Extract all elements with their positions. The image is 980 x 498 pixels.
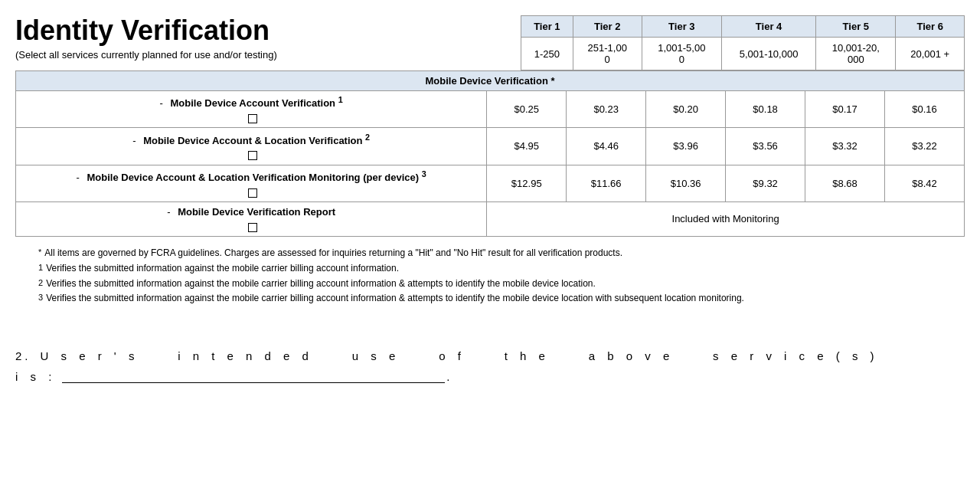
item3-dash: - [77, 172, 80, 183]
item3-name: Mobile Device Account & Location Verific… [87, 172, 426, 183]
section2-line2: i s : . [15, 369, 965, 383]
section2-period: . [446, 370, 452, 383]
footnotes: * All items are governed by FCRA guideli… [15, 244, 965, 305]
item2-price-t5: $3.32 [805, 128, 885, 165]
item3-price-t6: $8.42 [885, 165, 965, 201]
item2-price-t4: $3.56 [726, 128, 805, 165]
fn-3-text: Verifies the submitted information again… [46, 292, 744, 305]
tier6-header: Tier 6 [896, 16, 965, 38]
item1-name: Mobile Device Account Verification 1 [171, 97, 343, 109]
tier5-header: Tier 5 [816, 16, 896, 38]
fn-2-marker: 2 [38, 277, 43, 290]
section2-container: 2. U s e r ' s i n t e n d e d u s e o f… [15, 326, 965, 383]
item1-price-t5: $0.17 [805, 91, 885, 128]
item3-price-t5: $8.68 [805, 165, 885, 201]
item3-price-t2: $11.66 [567, 165, 646, 201]
footnote-3: 3 Verifies the submitted information aga… [38, 292, 965, 305]
section2-number: 2. [15, 345, 31, 368]
tier-range-row: 1-250 251-1,000 1,001-5,000 5,001-10,000… [521, 38, 965, 70]
tier3-range: 1,001-5,000 [642, 38, 721, 70]
item1-price-t1: $0.25 [487, 91, 567, 128]
item2-price-t3: $3.96 [646, 128, 726, 165]
tier1-header: Tier 1 [521, 16, 573, 38]
section2-input-field[interactable] [62, 369, 445, 383]
footnote-2: 2 Verifies the submitted information aga… [38, 277, 965, 290]
item4-checkbox[interactable] [248, 223, 257, 232]
fn-1-text: Verifies the submitted information again… [46, 262, 399, 275]
section-header-mobile: Mobile Device Verification * [16, 71, 965, 91]
footnote-1: 1 Verifies the submitted information aga… [38, 262, 965, 275]
tier3-header: Tier 3 [642, 16, 721, 38]
item1-dash: - [160, 97, 163, 109]
page-container: Identity Verification (Select all servic… [15, 15, 965, 383]
item2-checkbox-row [24, 149, 481, 161]
item3-checkbox-row [24, 186, 481, 198]
item3-price-t4: $9.32 [726, 165, 805, 201]
page-title: Identity Verification [15, 15, 505, 46]
item2-price-t1: $4.95 [487, 128, 567, 165]
item4-name: Mobile Device Verification Report [178, 206, 335, 218]
table-row: - Mobile Device Verification Report Incl… [16, 201, 965, 236]
tier5-range: 10,001-20,000 [816, 38, 896, 70]
item4-included: Included with Monitoring [487, 201, 965, 236]
item1-price-t6: $0.16 [885, 91, 965, 128]
tier-header-row: Tier 1 Tier 2 Tier 3 Tier 4 Tier 5 Tier … [521, 16, 965, 38]
footnote-star: * All items are governed by FCRA guideli… [38, 247, 965, 260]
fn-1-marker: 1 [38, 262, 43, 275]
tier2-range: 251-1,000 [573, 38, 642, 70]
table-row: - Mobile Device Account & Location Verif… [16, 165, 965, 201]
tier4-header: Tier 4 [721, 16, 815, 38]
item4-checkbox-row [24, 221, 481, 232]
item3-price-t3: $10.36 [646, 165, 726, 201]
fn-star-marker: * [38, 247, 41, 260]
fn-star-text: All items are governed by FCRA guideline… [44, 247, 622, 260]
fn-3-marker: 3 [38, 292, 43, 305]
item3-label-cell: - Mobile Device Account & Location Verif… [16, 165, 487, 201]
item1-label-cell: - Mobile Device Account Verification 1 [16, 91, 487, 128]
title-area: Identity Verification (Select all servic… [15, 15, 521, 61]
top-section: Identity Verification (Select all servic… [15, 15, 965, 70]
item4-label-cell: - Mobile Device Verification Report [16, 201, 487, 236]
item1-checkbox-row [24, 112, 481, 123]
main-table: Mobile Device Verification * - Mobile De… [15, 70, 965, 237]
page-subtitle: (Select all services currently planned f… [15, 49, 505, 61]
tier4-range: 5,001-10,000 [721, 38, 815, 70]
section2-line1: 2. U s e r ' s i n t e n d e d u s e o f… [15, 345, 965, 368]
item2-checkbox[interactable] [248, 151, 257, 160]
tier2-header: Tier 2 [573, 16, 642, 38]
tier-header-table: Tier 1 Tier 2 Tier 3 Tier 4 Tier 5 Tier … [521, 15, 965, 70]
table-row: - Mobile Device Account & Location Verif… [16, 128, 965, 165]
tier6-range: 20,001 + [896, 38, 965, 70]
item3-price-t1: $12.95 [487, 165, 567, 201]
item1-price-t4: $0.18 [726, 91, 805, 128]
item2-label-cell: - Mobile Device Account & Location Verif… [16, 128, 487, 165]
section2-text: U s e r ' s i n t e n d e d u s e o f t … [41, 345, 879, 368]
item3-checkbox[interactable] [248, 188, 257, 198]
section2-is: i s : [15, 370, 56, 383]
item2-name: Mobile Device Account & Location Verific… [143, 135, 370, 146]
section-title: Mobile Device Verification * [16, 71, 965, 91]
item2-price-t2: $4.46 [567, 128, 646, 165]
item4-dash: - [167, 206, 170, 218]
item1-price-t2: $0.23 [567, 91, 646, 128]
fn-2-text: Verifies the submitted information again… [46, 277, 596, 290]
item1-checkbox[interactable] [248, 114, 257, 123]
item1-price-t3: $0.20 [646, 91, 726, 128]
table-row: - Mobile Device Account Verification 1 $… [16, 91, 965, 128]
tier1-range: 1-250 [521, 38, 573, 70]
item2-dash: - [132, 135, 136, 146]
item2-price-t6: $3.22 [885, 128, 965, 165]
tier-header-area: Tier 1 Tier 2 Tier 3 Tier 4 Tier 5 Tier … [521, 15, 965, 70]
